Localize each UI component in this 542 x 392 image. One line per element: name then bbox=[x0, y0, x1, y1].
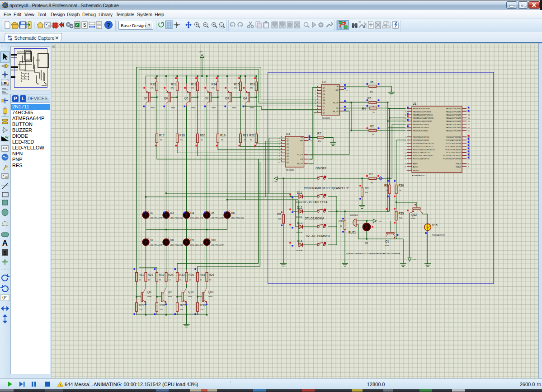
svg-text:U2: U2 bbox=[322, 80, 326, 84]
svg-text:BUZ1: BUZ1 bbox=[349, 231, 356, 234]
svg-text:12: 12 bbox=[346, 102, 348, 104]
svg-text:11: 11 bbox=[346, 111, 348, 112]
svg-text:XTAL2: XTAL2 bbox=[456, 166, 461, 168]
svg-text:13: 13 bbox=[405, 149, 406, 151]
svg-text:AVCC: AVCC bbox=[413, 166, 418, 168]
svg-text:37: 37 bbox=[468, 108, 470, 110]
svg-text:ЛУЧ НА ПОЛУ: ЛУЧ НА ПОЛУ bbox=[432, 234, 445, 236]
svg-text:2: 2 bbox=[279, 155, 280, 157]
svg-text:DS: DS bbox=[336, 107, 339, 109]
svg-text:11: 11 bbox=[310, 163, 312, 165]
svg-text:R7: R7 bbox=[317, 132, 321, 135]
svg-text:R36: R36 bbox=[399, 184, 404, 187]
svg-text:21: 21 bbox=[468, 143, 470, 145]
svg-text:D12: D12 bbox=[297, 206, 302, 209]
svg-text:AREF: AREF bbox=[413, 163, 418, 165]
svg-text:Q3: Q3 bbox=[323, 102, 325, 104]
svg-text:R22: R22 bbox=[249, 134, 255, 137]
svg-text:Q5: Q5 bbox=[184, 97, 189, 100]
svg-text:1k: 1k bbox=[372, 133, 374, 135]
svg-text:20: 20 bbox=[468, 140, 470, 141]
svg-text:D10: D10 bbox=[211, 238, 216, 242]
svg-text:DS: DS bbox=[301, 158, 303, 160]
svg-text:R23: R23 bbox=[148, 273, 153, 276]
svg-text:47k: 47k bbox=[370, 91, 373, 93]
svg-text:25: 25 bbox=[468, 155, 470, 157]
svg-text:R34: R34 bbox=[200, 273, 205, 276]
svg-text:ATMEGA644P: ATMEGA644P bbox=[412, 174, 425, 177]
svg-text:Q12: Q12 bbox=[411, 213, 417, 217]
svg-text:D1: D1 bbox=[365, 242, 369, 245]
svg-text:23: 23 bbox=[468, 149, 470, 151]
svg-text:0°: 0° bbox=[2, 295, 7, 300]
svg-text:BUZZER: BUZZER bbox=[350, 214, 358, 216]
svg-text:PD7/OC2A/PCINT31: PD7/OC2A/PCINT31 bbox=[413, 158, 429, 160]
svg-text:Q0: Q0 bbox=[287, 161, 289, 163]
svg-text:Q7: Q7 bbox=[323, 87, 325, 89]
svg-text:R14: R14 bbox=[212, 83, 217, 86]
svg-text:PD2/INT0/RXD1/PCINT26: PD2/INT0/RXD1/PCINT26 bbox=[413, 142, 434, 145]
svg-text:ST_CP: ST_CP bbox=[333, 102, 339, 104]
svg-text:14: 14 bbox=[310, 159, 312, 160]
svg-text:SH_CP: SH_CP bbox=[297, 163, 303, 165]
svg-text:PNP: PNP bbox=[212, 107, 216, 109]
svg-text:Q1: Q1 bbox=[385, 240, 389, 243]
svg-text:NPN: NPN bbox=[147, 295, 151, 298]
svg-text:R31: R31 bbox=[139, 273, 144, 276]
svg-text:D3: D3 bbox=[170, 211, 174, 215]
svg-text:PNP: PNP bbox=[171, 107, 175, 109]
svg-text:5k: 5k bbox=[159, 279, 161, 281]
svg-text:40: 40 bbox=[405, 108, 406, 110]
svg-text:5k: 5k bbox=[200, 279, 202, 281]
svg-text:47k: 47k bbox=[171, 87, 174, 89]
svg-text:1k: 1k bbox=[372, 111, 375, 113]
svg-text:10k: 10k bbox=[399, 217, 403, 219]
svg-text:Q1: Q1 bbox=[287, 158, 289, 160]
svg-text:PA0/ADC0/PCINT0: PA0/ADC0/PCINT0 bbox=[446, 107, 461, 110]
svg-text:R2: R2 bbox=[370, 125, 374, 128]
svg-text:D8: D8 bbox=[170, 238, 174, 242]
svg-text:DIODE: DIODE bbox=[296, 201, 302, 203]
svg-text:1: 1 bbox=[405, 124, 406, 126]
svg-text:PB4/SS/OC0B/PCINT12: PB4/SS/OC0B/PCINT12 bbox=[413, 120, 432, 122]
svg-text:R24: R24 bbox=[168, 273, 174, 276]
svg-text:Q7: Q7 bbox=[287, 140, 289, 142]
svg-text:DIODE: DIODE bbox=[296, 249, 302, 252]
svg-text:PD4/OC1B/XCK1/PCINT28: PD4/OC1B/XCK1/PCINT28 bbox=[413, 149, 435, 151]
svg-text:1k: 1k bbox=[386, 189, 388, 191]
svg-text:LED-YELLOW: LED-YELLOW bbox=[211, 244, 224, 246]
svg-text:XZ - NE POMNYU: XZ - NE POMNYU bbox=[306, 234, 330, 238]
svg-text:R12: R12 bbox=[151, 83, 156, 86]
svg-text:U1: U1 bbox=[413, 102, 417, 105]
svg-text:Q5: Q5 bbox=[323, 96, 325, 98]
svg-text:D15: D15 bbox=[432, 224, 438, 227]
svg-text:Q2: Q2 bbox=[323, 105, 325, 107]
svg-text:OE: OE bbox=[300, 136, 303, 139]
svg-text:Q2: Q2 bbox=[205, 97, 209, 100]
svg-text:Q3: Q3 bbox=[287, 152, 289, 154]
svg-text:24: 24 bbox=[468, 152, 470, 154]
svg-text:PB7/SCK/PCINT15: PB7/SCK/PCINT15 bbox=[413, 130, 429, 132]
svg-text:R13: R13 bbox=[191, 83, 197, 86]
svg-text:LED-YELLOW: LED-YELLOW bbox=[190, 244, 203, 246]
svg-text:Q7: Q7 bbox=[323, 90, 325, 92]
svg-text:1: 1 bbox=[279, 159, 280, 160]
svg-text:8: 8 bbox=[468, 163, 469, 165]
svg-text:D14: D14 bbox=[297, 239, 302, 243]
svg-text:+5V: +5V bbox=[273, 180, 277, 182]
svg-text:PNP: PNP bbox=[250, 107, 254, 109]
svg-text:RESET: RESET bbox=[413, 169, 419, 172]
svg-text:PA5/ADC5/PCINT5: PA5/ADC5/PCINT5 bbox=[446, 123, 461, 126]
svg-text:11: 11 bbox=[405, 143, 406, 145]
svg-text:D5: D5 bbox=[211, 211, 215, 215]
svg-text:SH_CP: SH_CP bbox=[333, 110, 339, 112]
svg-text:Q6: Q6 bbox=[164, 97, 168, 100]
svg-text:74HC595: 74HC595 bbox=[322, 117, 330, 119]
svg-text:PB3/AIN1/OC0A/PCINT11: PB3/AIN1/OC0A/PCINT11 bbox=[413, 117, 434, 119]
svg-text:OE: OE bbox=[336, 85, 339, 88]
svg-text:3: 3 bbox=[279, 153, 280, 154]
svg-text:+5V: +5V bbox=[378, 220, 382, 223]
svg-text:NPN: NPN bbox=[168, 295, 172, 298]
svg-text:10k: 10k bbox=[278, 218, 282, 220]
svg-text:19: 19 bbox=[468, 136, 470, 138]
